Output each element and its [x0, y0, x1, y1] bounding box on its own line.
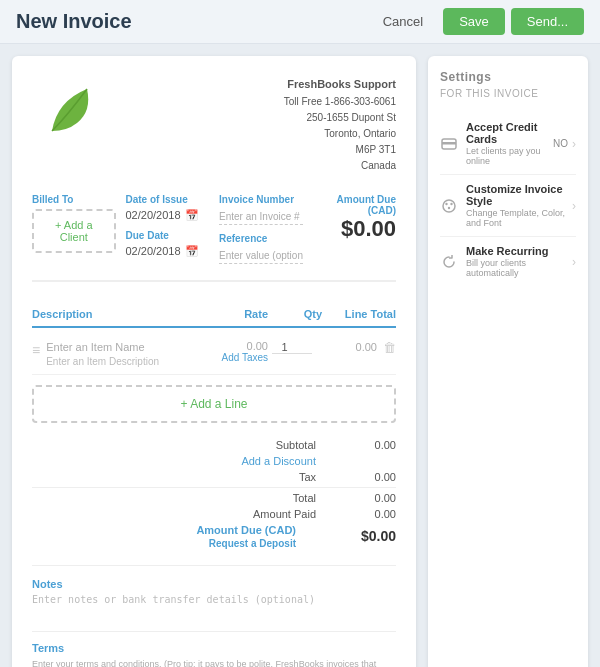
qty-area — [272, 340, 322, 354]
palette-icon — [440, 197, 458, 215]
credit-card-icon — [440, 135, 458, 153]
dates-section: Date of Issue 02/20/2018 📅 Due Date 02/2… — [126, 194, 210, 264]
totals-area: Subtotal 0.00 Add a Discount Tax 0.00 To… — [32, 433, 396, 549]
settings-subtitle: FOR THIS INVOICE — [440, 88, 576, 99]
amount-due-display: $0.00 — [313, 216, 397, 242]
svg-point-4 — [450, 202, 452, 204]
recurring-content: Make Recurring Bill your clients automat… — [466, 245, 572, 278]
due-date-label: Due Date — [126, 230, 210, 241]
add-client-button[interactable]: + Add a Client — [32, 209, 116, 253]
tax-value: 0.00 — [336, 471, 396, 483]
page-title: New Invoice — [16, 10, 373, 33]
add-taxes-link[interactable]: Add Taxes — [188, 352, 268, 363]
settings-title: Settings — [440, 70, 576, 84]
billed-to-section: Billed To + Add a Client — [32, 194, 116, 264]
due-calendar-icon[interactable]: 📅 — [185, 245, 199, 258]
reference-label: Reference — [219, 233, 303, 244]
rate-value: 0.00 — [188, 340, 268, 352]
date-of-issue-label: Date of Issue — [126, 194, 210, 205]
notes-textarea[interactable] — [32, 594, 396, 616]
line-item-row: ≡ 0.00 Add Taxes 0.00 🗑 — [32, 334, 396, 375]
final-amount-due-row: Amount Due (CAD) Request a Deposit $0.00 — [32, 524, 396, 549]
qty-col-header: Qty — [272, 308, 322, 320]
totals-divider — [32, 487, 396, 488]
customize-desc: Change Template, Color, and Font — [466, 208, 572, 228]
customize-content: Customize Invoice Style Change Template,… — [466, 183, 572, 228]
chevron-right-icon-2: › — [572, 199, 576, 213]
company-address3: M6P 3T1 — [284, 142, 396, 158]
terms-hint: Enter your terms and conditions. (Pro ti… — [32, 658, 396, 667]
qty-input[interactable] — [272, 341, 312, 354]
amount-paid-row: Amount Paid 0.00 — [32, 508, 396, 520]
invoice-fields: Billed To + Add a Client Date of Issue 0… — [32, 194, 396, 282]
item-name-input[interactable] — [46, 341, 184, 353]
credit-cards-badge: NO — [553, 138, 568, 149]
billed-to-label: Billed To — [32, 194, 116, 205]
invoice-header: FreshBooks Support Toll Free 1-866-303-6… — [32, 76, 396, 174]
settings-item-customize[interactable]: Customize Invoice Style Change Template,… — [440, 175, 576, 237]
request-deposit-link[interactable]: Request a Deposit — [146, 538, 296, 549]
terms-section: Terms Enter your terms and conditions. (… — [32, 631, 396, 667]
credit-cards-desc: Let clients pay you online — [466, 146, 553, 166]
add-line-button[interactable]: + Add a Line — [32, 385, 396, 423]
description-col-header: Description — [32, 308, 184, 320]
due-date-value: 02/20/2018 — [126, 245, 181, 257]
discount-row: Add a Discount — [32, 455, 396, 467]
date-of-issue-value: 02/20/2018 — [126, 209, 181, 221]
save-button[interactable]: Save — [443, 8, 505, 35]
settings-item-recurring[interactable]: Make Recurring Bill your clients automat… — [440, 237, 576, 286]
amount-paid-label: Amount Paid — [166, 508, 316, 520]
recurring-desc: Bill your clients automatically — [466, 258, 572, 278]
line-items-section: Description Rate Qty Line Total ≡ 0.00 A… — [32, 302, 396, 549]
send-button[interactable]: Send... — [511, 8, 584, 35]
refresh-icon — [440, 253, 458, 271]
final-amount-due-value: $0.00 — [336, 528, 396, 544]
notes-section: Notes — [32, 565, 396, 619]
due-date-field: 02/20/2018 📅 — [126, 245, 210, 258]
company-address4: Canada — [284, 158, 396, 174]
company-address1: 250-1655 Dupont St — [284, 110, 396, 126]
chevron-right-icon-3: › — [572, 255, 576, 269]
svg-point-3 — [445, 202, 447, 204]
company-info: FreshBooks Support Toll Free 1-866-303-6… — [284, 76, 396, 174]
drag-icon[interactable]: ≡ — [32, 342, 40, 368]
item-desc-input[interactable] — [46, 356, 184, 367]
tax-label: Tax — [166, 471, 316, 483]
terms-label: Terms — [32, 642, 396, 654]
subtotal-label: Subtotal — [166, 439, 316, 451]
chevron-right-icon: › — [572, 137, 576, 151]
company-phone: Toll Free 1-866-303-6061 — [284, 94, 396, 110]
delete-line-item-icon[interactable]: 🗑 — [383, 340, 396, 355]
svg-point-5 — [448, 206, 450, 208]
calendar-icon[interactable]: 📅 — [185, 209, 199, 222]
total-row: Total 0.00 — [32, 492, 396, 504]
settings-item-credit-cards[interactable]: Accept Credit Cards Let clients pay you … — [440, 113, 576, 175]
notes-label: Notes — [32, 578, 396, 590]
final-amount-due-label: Amount Due (CAD) — [146, 524, 296, 536]
add-discount-link[interactable]: Add a Discount — [166, 455, 316, 467]
tax-row: Tax 0.00 — [32, 471, 396, 483]
subtotal-value: 0.00 — [336, 439, 396, 451]
logo-leaf-icon — [42, 81, 102, 141]
svg-point-2 — [443, 200, 455, 212]
logo-area — [32, 76, 112, 146]
rate-area: 0.00 Add Taxes — [188, 340, 268, 363]
amount-due-header-label: Amount Due (CAD) — [313, 194, 397, 216]
main-layout: FreshBooks Support Toll Free 1-866-303-6… — [0, 44, 600, 667]
subtotal-row: Subtotal 0.00 — [32, 439, 396, 451]
rate-col-header: Rate — [188, 308, 268, 320]
line-items-header: Description Rate Qty Line Total — [32, 302, 396, 328]
reference-input[interactable] — [219, 248, 303, 264]
invoice-number-input[interactable] — [219, 209, 303, 225]
settings-sidebar: Settings FOR THIS INVOICE Accept Credit … — [428, 56, 588, 667]
company-address2: Toronto, Ontario — [284, 126, 396, 142]
credit-cards-label: Accept Credit Cards — [466, 121, 553, 145]
cancel-button[interactable]: Cancel — [373, 9, 433, 34]
credit-cards-content: Accept Credit Cards Let clients pay you … — [466, 121, 553, 166]
recurring-label: Make Recurring — [466, 245, 572, 257]
top-bar: New Invoice Cancel Save Send... — [0, 0, 600, 44]
amount-paid-value: 0.00 — [336, 508, 396, 520]
company-name: FreshBooks Support — [284, 76, 396, 94]
invoice-number-section: Invoice Number Reference — [219, 194, 303, 264]
customize-label: Customize Invoice Style — [466, 183, 572, 207]
